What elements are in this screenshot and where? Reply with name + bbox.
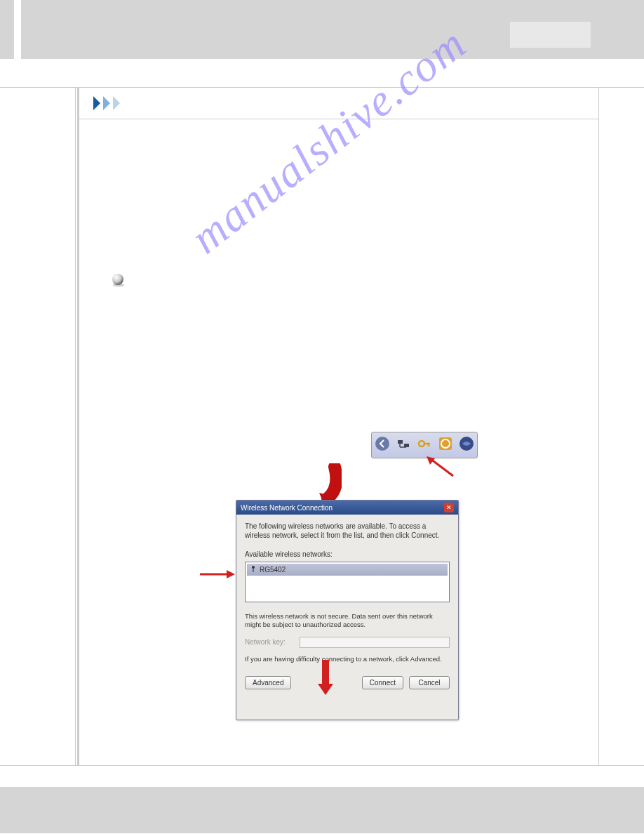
connect-button[interactable]: Connect [362,676,403,689]
svg-marker-24 [318,684,333,695]
dialog-title-text: Wireless Network Connection [241,504,333,512]
dialog-intro-text: The following wireless networks are avai… [245,522,450,540]
svg-marker-0 [93,96,100,110]
tray-app-icon[interactable] [459,436,474,454]
section-header [79,88,598,119]
header-button-placeholder[interactable] [510,22,591,48]
bullet-sphere-icon [111,272,126,288]
antenna-icon [250,565,257,574]
svg-point-19 [252,566,255,569]
system-tray [371,432,478,458]
red-arrow-icon [200,569,235,580]
tray-network-icon[interactable] [396,436,411,454]
svg-marker-22 [227,570,235,578]
security-warning-text: This wireless network is not secure. Dat… [245,612,450,630]
svg-line-16 [431,459,453,476]
tray-shield-icon[interactable] [438,436,453,454]
dialog-body: The following wireless networks are avai… [236,515,458,670]
content-row: manualshive.com [0,88,644,766]
network-key-label: Network key: [245,637,294,647]
wireless-connection-dialog: Wireless Network Connection ✕ The follow… [236,500,459,720]
svg-marker-1 [103,96,110,110]
tray-back-icon[interactable] [375,436,390,454]
header-bar [0,0,644,59]
svg-rect-6 [398,440,403,444]
header-gap [14,0,21,59]
svg-marker-2 [113,96,120,110]
network-listbox[interactable]: RG5402 [245,562,450,602]
footer-bar [0,787,644,833]
network-key-row: Network key: [245,637,450,648]
advanced-button[interactable]: Advanced [245,676,291,689]
cancel-button[interactable]: Cancel [409,676,450,689]
close-icon[interactable]: ✕ [444,503,454,512]
dialog-button-row: Advanced Connect Cancel [236,670,458,696]
svg-point-10 [419,441,424,446]
network-key-input[interactable] [300,637,450,648]
available-networks-label: Available wireless networks: [245,550,450,559]
help-text: If you are having difficulty connecting … [245,655,450,663]
network-name: RG5402 [260,565,286,574]
triple-arrow-icon [92,95,131,114]
red-arrow-icon [315,660,336,695]
document-column: manualshive.com [77,88,599,765]
left-sidebar [0,88,76,765]
document-body: manualshive.com [79,119,598,765]
tray-key-icon[interactable] [417,436,432,454]
red-arrow-icon [427,456,455,477]
network-list-item[interactable]: RG5402 [247,564,448,576]
right-sidebar [599,88,641,765]
svg-point-4 [112,274,123,285]
dialog-titlebar: Wireless Network Connection ✕ [236,501,458,515]
svg-point-5 [375,437,389,451]
